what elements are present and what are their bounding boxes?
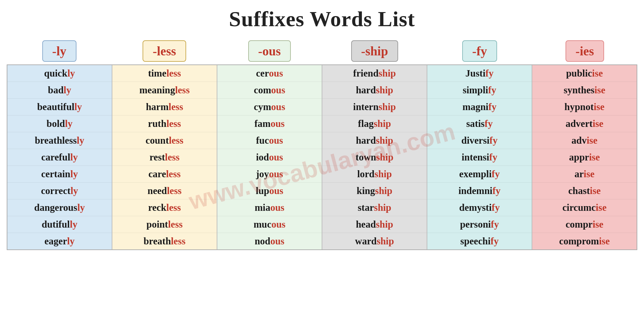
word-cell: comprise bbox=[532, 216, 637, 233]
word-cell: friendship bbox=[322, 65, 427, 82]
word-cell: breathlessly bbox=[7, 132, 112, 149]
word-cell: fucous bbox=[217, 132, 322, 149]
col-fy: Justifysimplifymagnifysatisfydiversifyin… bbox=[427, 65, 532, 249]
header-ly: -ly bbox=[7, 38, 112, 64]
word-cell: satisfy bbox=[427, 115, 532, 132]
col-ly: quicklybadlybeautifullyboldlybreathlessl… bbox=[7, 65, 112, 249]
header-ship: -ship bbox=[322, 38, 427, 64]
word-cell: circumcise bbox=[532, 199, 637, 216]
word-cell: nodous bbox=[217, 233, 322, 249]
word-cell: iodous bbox=[217, 149, 322, 166]
word-cell: breathless bbox=[112, 233, 217, 249]
header-ous: -ous bbox=[217, 38, 322, 64]
word-cell: needless bbox=[112, 183, 217, 199]
word-cell: pointless bbox=[112, 216, 217, 233]
word-cell: township bbox=[322, 149, 427, 166]
word-cell: lordship bbox=[322, 166, 427, 183]
col-ies: www.vocabularyan.com publicisesynthesise… bbox=[532, 65, 637, 249]
header-ies: -ies bbox=[532, 38, 637, 64]
word-cell: kingship bbox=[322, 183, 427, 199]
word-cell: publicise bbox=[532, 65, 637, 82]
word-cell: synthesise bbox=[532, 82, 637, 99]
word-cell: intensify bbox=[427, 149, 532, 166]
header-less: -less bbox=[112, 38, 217, 64]
word-cell: comous bbox=[217, 82, 322, 99]
word-cell: dutifully bbox=[7, 216, 112, 233]
word-cell: hypnotise bbox=[532, 99, 637, 115]
word-cell: joyous bbox=[217, 166, 322, 183]
word-cell: diversify bbox=[427, 132, 532, 149]
word-cell: carefully bbox=[7, 149, 112, 166]
word-cell: headship bbox=[322, 216, 427, 233]
word-cell: restless bbox=[112, 149, 217, 166]
word-cell: starship bbox=[322, 199, 427, 216]
word-cell: hardship bbox=[322, 82, 427, 99]
word-cell: arise bbox=[532, 166, 637, 183]
word-cell: correctly bbox=[7, 183, 112, 199]
word-cell: mucous bbox=[217, 216, 322, 233]
word-cell: badly bbox=[7, 82, 112, 99]
col-ous: cerouscomouscymousfamousfucousiodousjoyo… bbox=[217, 65, 322, 249]
word-cell: simplify bbox=[427, 82, 532, 99]
word-cell: chastise bbox=[532, 183, 637, 199]
word-cell: famous bbox=[217, 115, 322, 132]
word-cell: advertise bbox=[532, 115, 637, 132]
word-cell: beautifully bbox=[7, 99, 112, 115]
word-cell: timeless bbox=[112, 65, 217, 82]
word-cell: harmless bbox=[112, 99, 217, 115]
word-cell: internship bbox=[322, 99, 427, 115]
word-cell: reckless bbox=[112, 199, 217, 216]
word-cell: dangerously bbox=[7, 199, 112, 216]
col-ship: friendshiphardshipinternshipflagshiphard… bbox=[322, 65, 427, 249]
word-cell: certainly bbox=[7, 166, 112, 183]
word-cell: boldly bbox=[7, 115, 112, 132]
word-cell: speechify bbox=[427, 233, 532, 249]
word-cell: quickly bbox=[7, 65, 112, 82]
word-cell: wardship bbox=[322, 233, 427, 249]
word-cell: hardship bbox=[322, 132, 427, 149]
word-cell: eagerly bbox=[7, 233, 112, 249]
word-table: quicklybadlybeautifullyboldlybreathlessl… bbox=[7, 64, 637, 250]
word-cell: advise bbox=[532, 132, 637, 149]
word-cell: countless bbox=[112, 132, 217, 149]
page-title: Suffixes Words List bbox=[229, 7, 415, 32]
word-cell: flagship bbox=[322, 115, 427, 132]
word-cell: meaningless bbox=[112, 82, 217, 99]
word-cell: apprise bbox=[532, 149, 637, 166]
word-cell: Justify bbox=[427, 65, 532, 82]
word-cell: miaous bbox=[217, 199, 322, 216]
word-cell: demystify bbox=[427, 199, 532, 216]
word-cell: magnify bbox=[427, 99, 532, 115]
word-cell: ruthless bbox=[112, 115, 217, 132]
word-cell: compromise bbox=[532, 233, 637, 249]
word-cell: personify bbox=[427, 216, 532, 233]
header-fy: -fy bbox=[427, 38, 532, 64]
word-cell: exemplify bbox=[427, 166, 532, 183]
word-cell: cymous bbox=[217, 99, 322, 115]
word-cell: cerous bbox=[217, 65, 322, 82]
word-cell: careless bbox=[112, 166, 217, 183]
word-cell: indemnify bbox=[427, 183, 532, 199]
word-cell: lupous bbox=[217, 183, 322, 199]
col-less: timelessmeaninglessharmlessruthlesscount… bbox=[112, 65, 217, 249]
